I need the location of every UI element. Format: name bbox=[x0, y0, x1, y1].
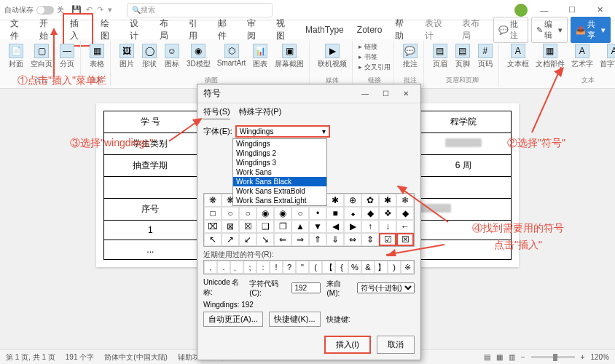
symbol-cell[interactable]: ❑ bbox=[256, 220, 274, 233]
minimize-button[interactable]: — bbox=[533, 3, 555, 17]
recent-symbol-cell[interactable]: 、 bbox=[230, 261, 243, 274]
close-button[interactable]: ✕ bbox=[589, 3, 611, 17]
symbol-cell[interactable]: ▶ bbox=[344, 220, 361, 233]
shortcut-button[interactable]: 快捷键(K)... bbox=[269, 312, 321, 327]
symbol-cell[interactable]: ✱ bbox=[326, 194, 344, 207]
symbol-cell[interactable]: ⇕ bbox=[361, 233, 379, 246]
ribbon-屏幕截图[interactable]: ▣屏幕截图 bbox=[273, 42, 306, 71]
symbol-cell[interactable]: ↑ bbox=[361, 220, 379, 233]
symbol-cell[interactable]: ▲ bbox=[291, 220, 309, 233]
symbol-cell[interactable]: □ bbox=[204, 207, 222, 220]
tab-zotero[interactable]: Zotero bbox=[351, 22, 388, 38]
symbol-cell[interactable]: ☒ bbox=[396, 233, 414, 246]
ribbon-表格[interactable]: ▦表格 bbox=[87, 42, 107, 71]
ribbon-3D模型[interactable]: ◉3D模型 bbox=[184, 42, 213, 71]
insert-button[interactable]: 插入(I) bbox=[324, 336, 371, 354]
font-option[interactable]: Wingdings bbox=[233, 139, 326, 149]
ribbon-分页[interactable]: —分页 bbox=[57, 42, 77, 71]
symbol-cell[interactable]: ⊠ bbox=[222, 220, 239, 233]
recent-symbol-cell[interactable]: ; bbox=[243, 261, 256, 274]
edit-button[interactable]: ✎编辑▾ bbox=[531, 17, 568, 43]
maximize-button[interactable]: ☐ bbox=[561, 3, 583, 17]
symbol-cell[interactable]: ❐ bbox=[274, 220, 291, 233]
ribbon-图标[interactable]: ☺图标 bbox=[162, 42, 182, 71]
recent-symbol-cell[interactable]: ? bbox=[283, 261, 296, 274]
recent-symbol-cell[interactable]: 】 bbox=[375, 261, 388, 274]
symbol-cell[interactable]: ⌧ bbox=[204, 220, 222, 233]
table-cell[interactable]: 学 号 bbox=[104, 111, 197, 133]
dialog-minimize-icon[interactable]: — bbox=[356, 87, 374, 100]
recent-symbol-cell[interactable]: & bbox=[361, 261, 375, 274]
symbol-cell[interactable]: ↓ bbox=[379, 220, 396, 233]
view-web-icon[interactable]: ▥ bbox=[509, 353, 515, 361]
view-readmode-icon[interactable]: ▤ bbox=[484, 353, 490, 361]
view-print-icon[interactable]: ▦ bbox=[496, 353, 503, 361]
symbol-cell[interactable]: ○ bbox=[239, 207, 256, 220]
ribbon-批注[interactable]: 💬批注 bbox=[400, 42, 420, 71]
share-button[interactable]: 📤共享▾ bbox=[571, 17, 611, 43]
recent-symbol-cell[interactable]: , bbox=[204, 261, 217, 274]
font-option[interactable]: Work Sans Black bbox=[233, 177, 326, 186]
recent-symbol-cell[interactable]: : bbox=[256, 261, 270, 274]
cancel-button[interactable]: 取消 bbox=[377, 336, 415, 354]
from-select[interactable]: 符号(十进制) bbox=[357, 282, 415, 293]
recent-symbol-cell[interactable]: ※ bbox=[401, 261, 414, 274]
symbol-cell[interactable]: ❄ bbox=[396, 194, 414, 207]
tab-mathtype[interactable]: MathType bbox=[299, 22, 350, 38]
ribbon-链接[interactable]: ▸ 链接 bbox=[359, 42, 391, 52]
font-option[interactable]: Work Sans ExtraLight bbox=[233, 196, 326, 205]
symbol-cell[interactable]: ◆ bbox=[396, 207, 414, 220]
symbol-cell[interactable]: ○ bbox=[222, 207, 239, 220]
charcode-input[interactable] bbox=[291, 282, 321, 293]
dialog-maximize-icon[interactable]: ☐ bbox=[377, 87, 394, 100]
comments-button[interactable]: 💬批注 bbox=[493, 17, 528, 43]
font-option[interactable]: Wingdings 2 bbox=[233, 149, 326, 158]
symbol-cell[interactable]: ↖ bbox=[204, 233, 222, 246]
symbol-cell[interactable]: ◉ bbox=[274, 207, 291, 220]
recent-symbol-cell[interactable]: ( bbox=[309, 261, 322, 274]
symbol-cell[interactable]: ■ bbox=[326, 207, 344, 220]
ribbon-首字下沉[interactable]: A首字下沉 bbox=[598, 42, 615, 71]
symbol-cell[interactable]: ❖ bbox=[379, 207, 396, 220]
symbol-cell[interactable]: ↗ bbox=[222, 233, 239, 246]
ribbon-SmartArt[interactable]: ⬡SmartArt bbox=[215, 42, 248, 68]
zoom-in-icon[interactable]: + bbox=[581, 353, 585, 361]
recent-symbol-cell[interactable]: 【 bbox=[322, 261, 335, 274]
ribbon-形状[interactable]: ◯形状 bbox=[139, 42, 160, 71]
qat-dropdown-icon[interactable]: ▾ bbox=[108, 5, 112, 15]
symbol-cell[interactable]: • bbox=[309, 207, 326, 220]
language-status[interactable]: 简体中文(中国大陆) bbox=[104, 352, 168, 363]
user-avatar[interactable] bbox=[514, 4, 528, 17]
symbol-cell[interactable]: ✿ bbox=[361, 194, 379, 207]
ribbon-书签[interactable]: ▸ 书签 bbox=[359, 52, 391, 62]
dialog-close-icon[interactable]: ✕ bbox=[397, 87, 415, 100]
symbol-cell[interactable]: ⬥ bbox=[344, 207, 361, 220]
symbol-cell[interactable]: ◀ bbox=[326, 220, 344, 233]
symbol-cell[interactable]: ☑ bbox=[379, 233, 396, 246]
symbol-cell[interactable]: ⇒ bbox=[291, 233, 309, 246]
symbol-cell[interactable]: ↘ bbox=[256, 233, 274, 246]
symbol-cell[interactable]: ⇑ bbox=[309, 233, 326, 246]
font-option[interactable]: Wingdings 3 bbox=[233, 158, 326, 167]
symbol-cell[interactable]: ○ bbox=[291, 207, 309, 220]
ribbon-图表[interactable]: 📊图表 bbox=[250, 42, 270, 71]
ribbon-联机视频[interactable]: ▶联机视频 bbox=[316, 42, 349, 71]
symbol-cell[interactable]: ◉ bbox=[256, 207, 274, 220]
symbol-cell[interactable]: ✱ bbox=[379, 194, 396, 207]
ribbon-页码[interactable]: #页码 bbox=[475, 42, 495, 71]
symbol-cell[interactable]: ◆ bbox=[361, 207, 379, 220]
symbol-cell[interactable]: ⊕ bbox=[344, 194, 361, 207]
dialog-tab-special[interactable]: 特殊字符(P) bbox=[239, 106, 282, 119]
ribbon-艺术字[interactable]: A艺术字 bbox=[569, 42, 595, 71]
recent-symbol-cell[interactable]: % bbox=[348, 261, 361, 274]
symbol-cell[interactable]: ⇔ bbox=[344, 233, 361, 246]
ribbon-页脚[interactable]: ▤页脚 bbox=[453, 42, 473, 71]
word-count[interactable]: 191 个字 bbox=[66, 352, 94, 363]
zoom-level[interactable]: 120% bbox=[590, 353, 609, 361]
ribbon-封面[interactable]: 📄封面 bbox=[6, 42, 26, 71]
ribbon-页眉[interactable]: ▤页眉 bbox=[430, 42, 450, 71]
page-status[interactable]: 第 1 页, 共 1 页 bbox=[6, 352, 55, 363]
ribbon-文档部件[interactable]: ▦文档部件 bbox=[533, 42, 567, 71]
dialog-tab-symbol[interactable]: 符号(S) bbox=[203, 106, 230, 119]
symbol-cell[interactable]: ❋ bbox=[204, 194, 222, 207]
